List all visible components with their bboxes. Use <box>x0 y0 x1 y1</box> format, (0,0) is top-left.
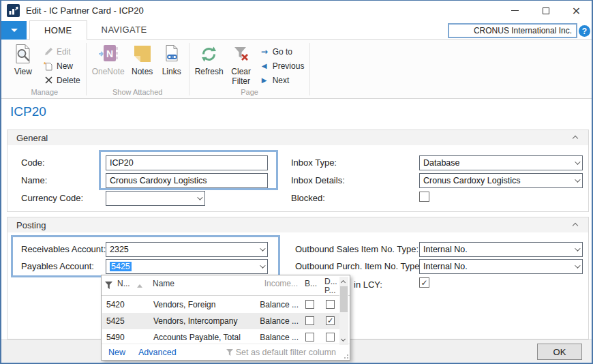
column-header-no[interactable]: N... <box>117 279 130 288</box>
delete-button[interactable]: Delete <box>40 73 83 87</box>
lookup-scrollbar[interactable] <box>339 277 348 345</box>
scroll-up-icon[interactable] <box>341 280 346 285</box>
column-header-income[interactable]: Income... <box>247 279 298 288</box>
ribbon-separator <box>86 43 87 95</box>
title-bar: Edit - IC Partner Card - ICP20 × <box>1 1 592 20</box>
new-document-icon: * <box>43 61 54 71</box>
payables-account-field[interactable]: 5425 <box>106 259 268 274</box>
resize-grip[interactable] <box>343 353 348 359</box>
tab-home[interactable]: HOME <box>29 20 87 40</box>
dropdown-chevron-icon[interactable] <box>575 159 580 164</box>
onenote-button[interactable]: N OneNote <box>89 41 127 87</box>
lookup-row-selected[interactable]: 5425 Vendors, Intercompany Balance ... <box>102 313 340 329</box>
dropdown-chevron-icon[interactable] <box>575 177 580 182</box>
collapse-chevron-icon[interactable] <box>573 136 578 141</box>
view-button[interactable]: View <box>6 41 40 87</box>
ok-button[interactable]: OK <box>537 344 582 360</box>
column-header-d[interactable]: D... <box>324 277 337 286</box>
scrollbar-thumb[interactable] <box>340 286 348 312</box>
delete-x-icon <box>43 76 54 84</box>
dropdown-chevron-icon[interactable] <box>575 245 580 251</box>
sort-ascending-icon <box>137 284 142 288</box>
blocked-checkbox[interactable] <box>419 192 429 202</box>
column-header-b[interactable]: B... <box>305 279 317 288</box>
manage-small-buttons: Edit * New Delete <box>40 41 83 87</box>
tab-navigate[interactable]: NAVIGATE <box>87 20 162 40</box>
next-button[interactable]: ▶ Next <box>256 73 307 87</box>
previous-button[interactable]: ◀ Previous <box>256 59 307 73</box>
scroll-down-icon[interactable] <box>341 337 346 342</box>
company-name-box[interactable]: CRONUS International Inc. <box>448 23 577 38</box>
dropdown-chevron-icon[interactable] <box>260 262 265 268</box>
selected-text: 5425 <box>110 262 132 271</box>
window-title: Edit - IC Partner Card - ICP20 <box>26 5 144 16</box>
section-header-posting[interactable]: Posting <box>7 217 588 232</box>
application-menu-button[interactable] <box>1 21 27 40</box>
currency-code-field[interactable] <box>106 191 205 206</box>
new-button[interactable]: * New <box>40 59 83 73</box>
advanced-link[interactable]: Advanced <box>138 348 177 357</box>
column-header-p[interactable]: P... <box>324 286 335 295</box>
currency-code-label: Currency Code: <box>21 193 83 203</box>
inbox-type-label: Inbox Type: <box>291 157 337 168</box>
name-field[interactable]: Cronus Cardoxy Logistics <box>106 173 268 188</box>
window-controls: × <box>500 1 592 20</box>
refresh-icon <box>198 43 220 65</box>
ribbon-group-page: Refresh Clear Filter → Go to <box>190 40 309 98</box>
section-header-general[interactable]: General <box>7 130 588 145</box>
minimize-button[interactable] <box>500 1 530 20</box>
direct-posting-checkbox[interactable] <box>326 300 335 309</box>
maximize-button[interactable] <box>530 1 561 20</box>
page-title: ICP20 <box>10 104 46 119</box>
ribbon-tabs: HOME NAVIGATE <box>29 20 162 40</box>
code-field[interactable]: ICP20 <box>106 155 268 170</box>
clear-filter-button[interactable]: Clear Filter <box>226 41 256 87</box>
receivables-account-field[interactable]: 2325 <box>106 242 268 257</box>
code-label: Code: <box>21 157 45 168</box>
set-default-filter[interactable]: Set as default filter column <box>226 348 336 357</box>
dropdown-chevron-icon[interactable] <box>197 194 202 200</box>
balance-checkbox[interactable] <box>305 316 314 325</box>
new-link[interactable]: New <box>108 348 125 357</box>
group-label-manage: Manage <box>6 87 83 98</box>
direct-posting-checkbox[interactable] <box>326 333 335 342</box>
help-button[interactable]: ? <box>579 25 590 37</box>
outbound-purch-field[interactable]: Internal No. <box>419 259 583 274</box>
edit-button[interactable]: Edit <box>40 44 83 59</box>
ribbon-separator <box>189 43 189 95</box>
links-button[interactable]: Links <box>157 41 186 87</box>
app-logo-icon <box>7 4 20 17</box>
balance-checkbox[interactable] <box>305 300 314 309</box>
outbound-sales-field[interactable]: Internal No. <box>419 242 583 257</box>
filter-icon <box>226 349 233 356</box>
refresh-button[interactable]: Refresh <box>192 41 226 87</box>
dropdown-chevron-icon[interactable] <box>260 245 265 251</box>
ribbon-group-manage: View Edit * New <box>4 40 85 98</box>
clear-filter-icon <box>230 43 252 65</box>
filter-icon[interactable] <box>105 282 112 291</box>
ribbon-group-show-attached: N OneNote Notes <box>87 40 188 98</box>
pencil-icon <box>43 47 54 56</box>
window: Edit - IC Partner Card - ICP20 × HOME NA… <box>0 0 593 364</box>
payables-account-label: Payables Account: <box>21 261 94 271</box>
balance-checkbox[interactable] <box>305 333 314 342</box>
notes-button[interactable]: Notes <box>127 41 157 87</box>
name-label: Name: <box>21 175 47 185</box>
lcy-checkbox[interactable] <box>419 277 429 288</box>
lookup-row[interactable]: 5420 Vendors, Foreign Balance ... <box>102 297 340 313</box>
collapse-chevron-icon[interactable] <box>573 223 578 228</box>
inbox-type-field[interactable]: Database <box>419 155 583 170</box>
direct-posting-checkbox[interactable] <box>326 316 335 325</box>
dropdown-chevron-icon[interactable] <box>575 262 580 268</box>
page-small-buttons: → Go to ◀ Previous ▶ Next <box>256 41 307 87</box>
column-header-name[interactable]: Name <box>153 279 174 288</box>
sticky-note-icon <box>132 43 153 65</box>
close-button[interactable]: × <box>561 1 592 20</box>
outbound-purch-label: Outbound Purch. Item No. Type: <box>295 261 422 271</box>
lookup-footer: New Advanced Set as default filter colum… <box>102 344 350 360</box>
goto-button[interactable]: → Go to <box>256 44 307 59</box>
svg-text:N: N <box>106 48 113 59</box>
inbox-details-field[interactable]: Cronus Cardoxy Logistics <box>419 173 583 188</box>
svg-text:*: * <box>44 61 46 67</box>
account-lookup-dropdown: N... Name Income... B... D... P... 5420 … <box>101 275 350 361</box>
